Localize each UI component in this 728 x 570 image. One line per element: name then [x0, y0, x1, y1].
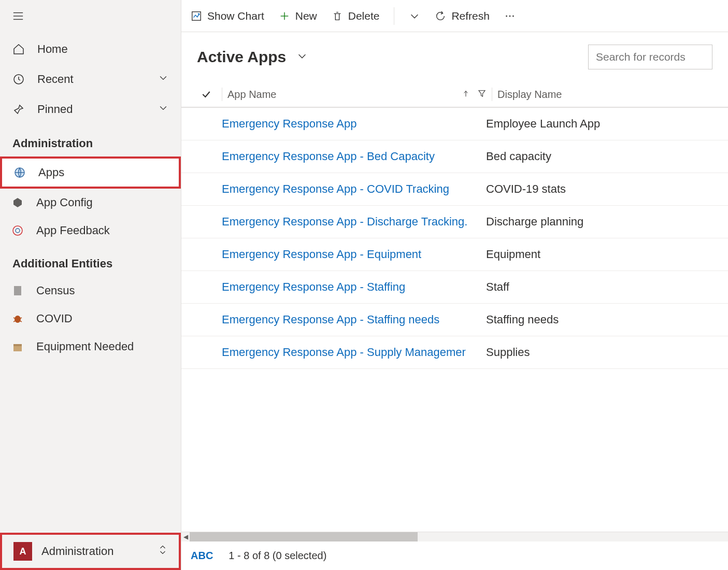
main: Show Chart New Delete Refresh Active App…: [181, 0, 728, 570]
sidebar-item-app-config[interactable]: App Config: [0, 189, 181, 217]
table-row[interactable]: Emergency Response App - EquipmentEquipm…: [181, 238, 728, 271]
table-row[interactable]: Emergency Response App - Discharge Track…: [181, 206, 728, 238]
svg-rect-15: [13, 344, 22, 346]
hamburger-button[interactable]: [0, 0, 181, 34]
plus-icon: [279, 10, 290, 22]
trash-icon: [332, 10, 343, 22]
app-name-link[interactable]: Emergency Response App - Staffing: [222, 280, 486, 294]
app-name-link[interactable]: Emergency Response App - Staffing needs: [222, 313, 486, 326]
document-icon: [11, 284, 24, 297]
delete-dropdown[interactable]: [409, 10, 420, 22]
refresh-icon: [435, 10, 446, 22]
col-header-display-name[interactable]: Display Name: [497, 89, 719, 101]
table-row[interactable]: Emergency Response App - Supply Manageme…: [181, 336, 728, 369]
display-name-cell: Bed capacity: [486, 150, 719, 163]
svg-point-9: [15, 316, 21, 323]
display-name-cell: COVID-19 stats: [486, 182, 719, 196]
area-switcher[interactable]: A Administration: [0, 533, 181, 570]
more-button[interactable]: [504, 10, 516, 22]
svg-marker-5: [13, 198, 22, 207]
sidebar-item-covid[interactable]: COVID: [0, 305, 181, 333]
app-name-link[interactable]: Emergency Response App: [222, 117, 486, 131]
section-additional: Additional Entities: [0, 245, 181, 277]
svg-point-19: [506, 15, 507, 17]
grid-footer: ABC 1 - 8 of 8 (0 selected): [181, 541, 728, 570]
display-name-cell: Equipment: [486, 248, 719, 261]
table-row[interactable]: Emergency Response App - StaffingStaff: [181, 271, 728, 304]
view-title: Active Apps: [197, 48, 286, 66]
divider: [492, 88, 492, 101]
sidebar-item-census[interactable]: Census: [0, 277, 181, 305]
horizontal-scrollbar[interactable]: ◀: [181, 532, 728, 541]
scroll-thumb[interactable]: [190, 532, 418, 542]
chevron-down-icon: [158, 73, 168, 86]
sidebar-equip-label: Equipment Needed: [36, 340, 134, 353]
svg-line-12: [13, 321, 16, 322]
show-chart-label: Show Chart: [207, 10, 264, 22]
show-chart-button[interactable]: Show Chart: [191, 10, 264, 22]
command-bar: Show Chart New Delete Refresh: [181, 0, 728, 32]
updown-icon: [158, 544, 167, 559]
scroll-left-icon[interactable]: ◀: [181, 533, 190, 540]
nav-home-label: Home: [37, 42, 68, 56]
sidebar-item-app-feedback[interactable]: App Feedback: [0, 217, 181, 245]
new-button[interactable]: New: [279, 10, 317, 22]
bug-icon: [11, 312, 24, 325]
more-icon: [504, 10, 516, 22]
chart-icon: [191, 10, 202, 22]
table-row[interactable]: Emergency Response AppEmployee Launch Ap…: [181, 108, 728, 140]
nav-home[interactable]: Home: [0, 34, 181, 64]
table-row[interactable]: Emergency Response App - Staffing needsS…: [181, 304, 728, 336]
sidebar-census-label: Census: [36, 284, 75, 297]
col-header-app-name[interactable]: App Name: [227, 89, 487, 101]
col-app-label: App Name: [227, 89, 277, 101]
nav-recent-label: Recent: [37, 73, 74, 86]
scroll-track[interactable]: [190, 532, 728, 542]
sidebar-app-config-label: App Config: [36, 196, 93, 209]
app-name-link[interactable]: Emergency Response App - Equipment: [222, 248, 486, 261]
app-name-link[interactable]: Emergency Response App - COVID Tracking: [222, 182, 486, 196]
lifebuoy-icon: [11, 224, 24, 237]
nav-pinned[interactable]: Pinned: [0, 94, 181, 124]
new-label: New: [295, 10, 317, 22]
search-input[interactable]: [588, 45, 712, 69]
area-label: Administration: [41, 545, 113, 558]
display-name-cell: Staff: [486, 280, 719, 294]
grid-body: Emergency Response AppEmployee Launch Ap…: [181, 108, 728, 532]
refresh-label: Refresh: [451, 10, 490, 22]
sidebar-item-apps[interactable]: Apps: [2, 159, 179, 187]
sidebar-item-equipment-needed[interactable]: Equipment Needed: [0, 333, 181, 361]
chevron-down-icon: [158, 103, 168, 116]
sidebar-app-feedback-label: App Feedback: [36, 224, 110, 237]
area-badge: A: [13, 542, 32, 561]
divider: [222, 88, 222, 101]
sort-up-icon[interactable]: [462, 89, 470, 101]
nav-pinned-label: Pinned: [37, 103, 73, 116]
abc-jump[interactable]: ABC: [191, 550, 213, 562]
sidebar: Home Recent Pinned Administration Apps A…: [0, 0, 181, 570]
col-disp-label: Display Name: [497, 89, 562, 101]
sidebar-covid-label: COVID: [36, 312, 73, 325]
grid-header: App Name Display Name: [181, 82, 728, 108]
box-icon: [11, 340, 24, 353]
app-name-link[interactable]: Emergency Response App - Bed Capacity: [222, 150, 486, 163]
chevron-down-icon: [409, 10, 420, 22]
app-name-link[interactable]: Emergency Response App - Discharge Track…: [222, 215, 486, 229]
section-administration: Administration: [0, 124, 181, 156]
hamburger-icon: [12, 10, 24, 22]
display-name-cell: Employee Launch App: [486, 117, 719, 131]
refresh-button[interactable]: Refresh: [435, 10, 490, 22]
table-row[interactable]: Emergency Response App - Bed CapacityBed…: [181, 140, 728, 173]
app-name-link[interactable]: Emergency Response App - Supply Manageme…: [222, 346, 486, 359]
filter-icon[interactable]: [477, 89, 487, 101]
record-count: 1 - 8 of 8 (0 selected): [229, 550, 326, 562]
hexagon-icon: [11, 196, 24, 209]
select-all-checkbox[interactable]: [196, 89, 217, 99]
highlight-apps: Apps: [0, 156, 181, 189]
display-name-cell: Supplies: [486, 346, 719, 359]
svg-point-6: [13, 226, 22, 235]
nav-recent[interactable]: Recent: [0, 64, 181, 94]
view-dropdown[interactable]: [296, 50, 308, 64]
delete-button[interactable]: Delete: [332, 10, 380, 22]
table-row[interactable]: Emergency Response App - COVID TrackingC…: [181, 173, 728, 206]
